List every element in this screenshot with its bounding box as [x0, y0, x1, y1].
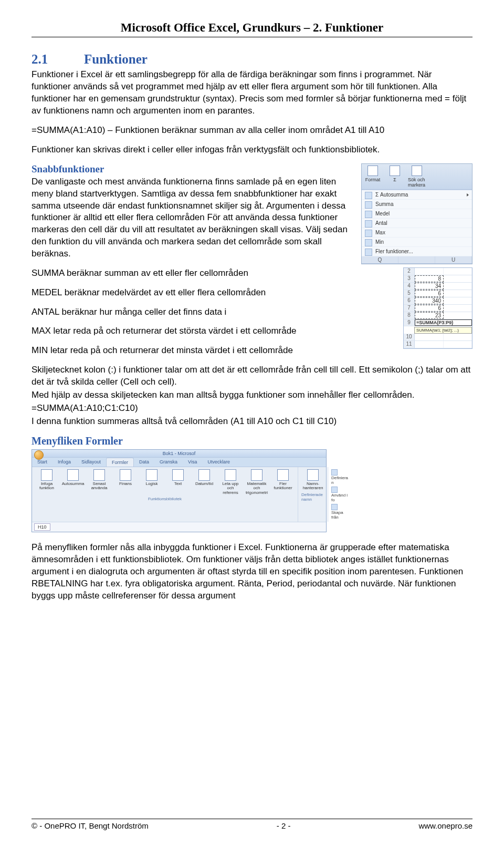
menyfliken-heading: Menyfliken Formler [32, 435, 472, 447]
section-heading: 2.1Funktioner [32, 52, 472, 67]
selected-cell[interactable]: 6 [415, 305, 444, 312]
skiljetecken-p1: Skiljetecknet kolon (:) i funktioner tal… [32, 364, 472, 388]
defined-names-label: Definierade namn [301, 492, 324, 502]
after-example-paragraph: Funktioner kan skrivas direkt i celler e… [32, 144, 472, 156]
lookup-ref-button[interactable]: Leta upp och referens [219, 469, 242, 495]
tab-data[interactable]: Data [134, 458, 154, 467]
tab-sidlayout[interactable]: Sidlayout [76, 458, 106, 467]
menu-item-summa[interactable]: Summa [362, 200, 472, 209]
window-title: Bok1 - Microsof [163, 451, 196, 456]
function-library-label: Funktionsbibliotek [148, 497, 182, 501]
footer-left: © - OnePRO IT, Bengt Nordström [32, 821, 149, 830]
format-button[interactable]: Format [364, 166, 382, 188]
autosum-button[interactable]: Σ [386, 166, 404, 188]
more-functions-button[interactable]: Fler funktioner [271, 469, 295, 495]
example-formula-line: =SUMMA(A1:A10) – Funktionen beräknar sum… [32, 125, 472, 137]
cells-selection-figure: 2 38 434 56 6340 76 823 9=SUMMA(P3:P9) S… [403, 267, 472, 349]
insert-function-button[interactable]: Infoga funktion [35, 469, 58, 495]
tab-formler[interactable]: Formler [106, 458, 134, 467]
page-header-title: Microsoft Office Excel, Grundkurs – 2. F… [32, 21, 472, 35]
find-select-button[interactable]: Sök och markera [408, 166, 426, 188]
autosum-dropdown-figure: Format Σ Sök och markera Σ Autosumma Sum… [361, 163, 472, 267]
header-rule [32, 37, 472, 37]
date-time-button[interactable]: Datum/tid [193, 469, 216, 495]
tab-granska[interactable]: Granska [154, 458, 183, 467]
menu-item-min[interactable]: Min [362, 237, 472, 247]
selected-cell[interactable]: 34 [415, 283, 444, 290]
menyfliken-text: På menyfliken formler nås alla inbyggda … [32, 542, 472, 602]
menu-item-antal[interactable]: Antal [362, 219, 472, 228]
selected-cell[interactable]: 6 [415, 290, 444, 297]
col-letter: Q [362, 256, 398, 263]
tab-start[interactable]: Start [32, 458, 52, 467]
tab-infoga[interactable]: Infoga [52, 458, 76, 467]
intro-paragraph: Funktioner i Excel är ett samlingsbegrep… [32, 69, 472, 117]
section-number: 2.1 [32, 52, 84, 67]
tab-visa[interactable]: Visa [183, 458, 202, 467]
logical-button[interactable]: Logisk [140, 469, 163, 495]
skiljetecken-p3: I denna funktion summeras alltså två cel… [32, 416, 472, 428]
section-title: Funktioner [84, 52, 148, 66]
selected-cell[interactable]: 340 [415, 297, 444, 304]
formula-tooltip: SUMMA(tal1; [tal2]; ...) [414, 327, 472, 334]
skiljetecken-formula: =SUMMA(A1:A10;C1:C10) [32, 402, 472, 415]
footer-right: www.onepro.se [418, 821, 472, 830]
col-letter: U [435, 256, 472, 263]
name-manager-button[interactable]: Namn-hanteraren [301, 469, 324, 491]
create-from-item[interactable]: Skapa från [331, 504, 348, 520]
menu-item-medel[interactable]: Medel [362, 209, 472, 219]
selected-cell[interactable]: 8 [415, 275, 444, 282]
recently-used-button[interactable]: Senast använda [88, 469, 111, 495]
col-letter [398, 256, 435, 263]
menu-item-max[interactable]: Max [362, 228, 472, 237]
selected-cell[interactable]: 23 [415, 312, 444, 319]
formula-cell[interactable]: =SUMMA(P3:P9) [415, 319, 472, 326]
financial-button[interactable]: Finans [114, 469, 137, 495]
tab-utvecklare[interactable]: Utvecklare [202, 458, 235, 467]
name-box[interactable]: H10 [34, 523, 50, 531]
menu-item-more-functions[interactable]: Fler funktioner... [362, 247, 472, 256]
math-trig-button[interactable]: Matematik och trigonometri [245, 469, 268, 495]
footer-page-number: - 2 - [277, 821, 291, 830]
use-in-formula-item[interactable]: Använd i fo [331, 487, 348, 502]
formulas-ribbon-figure: Bok1 - Microsof Start Infoga Sidlayout F… [32, 449, 327, 532]
define-name-item[interactable]: Definiera n [331, 469, 348, 485]
office-button-icon[interactable] [34, 450, 44, 460]
skiljetecken-p2: Med hjälp av dessa skiljetecken kan man … [32, 389, 472, 401]
autosum-ribbon-button[interactable]: Autosumma [61, 469, 85, 495]
text-button[interactable]: Text [166, 469, 190, 495]
menu-item-autosumma[interactable]: Σ Autosumma [362, 190, 472, 200]
page-footer: © - OnePRO IT, Bengt Nordström - 2 - www… [32, 819, 472, 830]
